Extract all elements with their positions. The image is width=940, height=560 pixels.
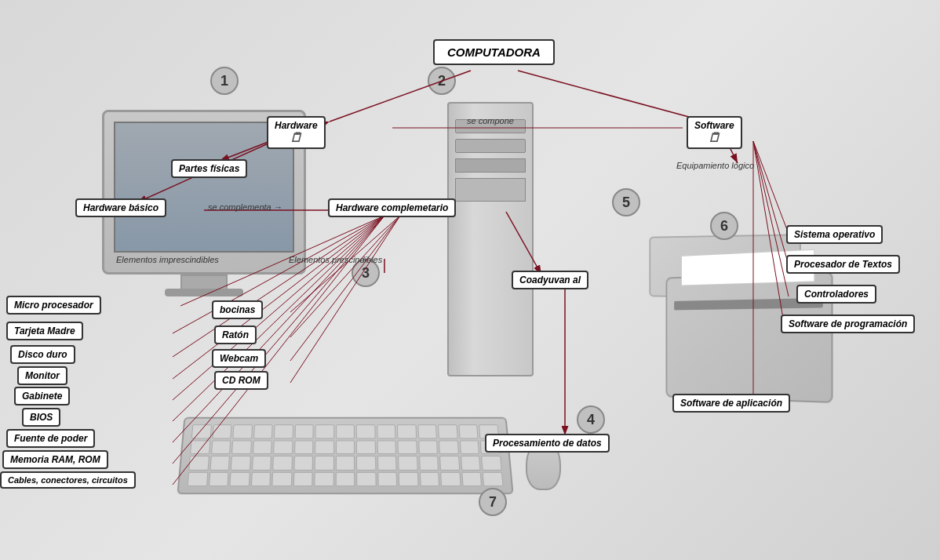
fuente-poder-label: Fuente de poder: [6, 429, 95, 448]
cables-label: Cables, conectores, circuitos: [0, 471, 136, 489]
memoria-ram-label: Memoria RAM, ROM: [2, 450, 108, 469]
hardware-basico-label: Hardware básico: [75, 198, 166, 217]
hardware-doc-icon: 🗒: [275, 131, 318, 145]
number-circle-5: 5: [612, 188, 640, 216]
disco-duro-label: Disco duro: [10, 345, 75, 364]
controladores-label: Controladores: [796, 285, 876, 304]
number-circle-7: 7: [479, 488, 507, 516]
keyboard-keys: const keysContainer = document.querySele…: [188, 424, 504, 486]
software-programacion-label: Software de programación: [781, 315, 915, 333]
coadyuvan-label: Coadyuvan al: [512, 271, 588, 289]
hardware-complementario-label: Hardware complemetario: [328, 198, 456, 217]
software-doc-icon: 🗒: [694, 131, 734, 145]
se-complementa-label: se complementa →: [208, 202, 282, 212]
webcam-label: Webcam: [212, 349, 266, 368]
number-circle-4: 4: [577, 405, 605, 434]
tarjeta-madre-label: Tarjeta Madre: [6, 322, 83, 340]
sistema-operativo-label: Sistema operativo: [786, 225, 883, 244]
hardware-label: Hardware 🗒: [267, 116, 326, 149]
software-label: Software 🗒: [687, 116, 742, 149]
monitor-base: [165, 289, 243, 296]
elementos-imprescindibles-label: Elementos imprescindibles: [116, 255, 219, 264]
tower-drive-4: [455, 178, 526, 202]
computadora-title: COMPUTADORA: [433, 39, 555, 65]
cdrom-label: CD ROM: [214, 371, 268, 390]
computer-tower: [447, 102, 534, 376]
bocinas-label: bocinas: [212, 300, 263, 319]
number-circle-1: 1: [210, 67, 239, 95]
micro-procesador-label: Micro procesador: [6, 296, 101, 315]
bios-label: BIOS: [22, 408, 60, 427]
se-compone-label: se compone: [467, 116, 514, 125]
procesador-textos-label: Procesador de Textos: [786, 255, 900, 274]
gabinete-label: Gabinete: [14, 387, 70, 405]
monitor-label: Monitor: [17, 366, 67, 385]
elementos-prescindibles-label: Elementos prescindibles: [289, 255, 382, 264]
monitor-stand: [180, 275, 228, 290]
tower-drive-3: [455, 158, 526, 173]
tower-drive-2: [455, 139, 526, 153]
raton-label: Ratón: [214, 325, 257, 344]
keyboard-illustration: const keysContainer = document.querySele…: [177, 417, 513, 495]
number-circle-2: 2: [428, 67, 456, 95]
equipamiento-logico-label: Equipamiento lógico: [676, 161, 754, 170]
procesamiento-label: Procesamiento de datos: [485, 434, 610, 453]
partes-fisicas-label: Partes físicas: [171, 159, 247, 178]
number-circle-6: 6: [710, 212, 738, 240]
software-aplicacion-label: Software de aplicación: [672, 394, 790, 413]
